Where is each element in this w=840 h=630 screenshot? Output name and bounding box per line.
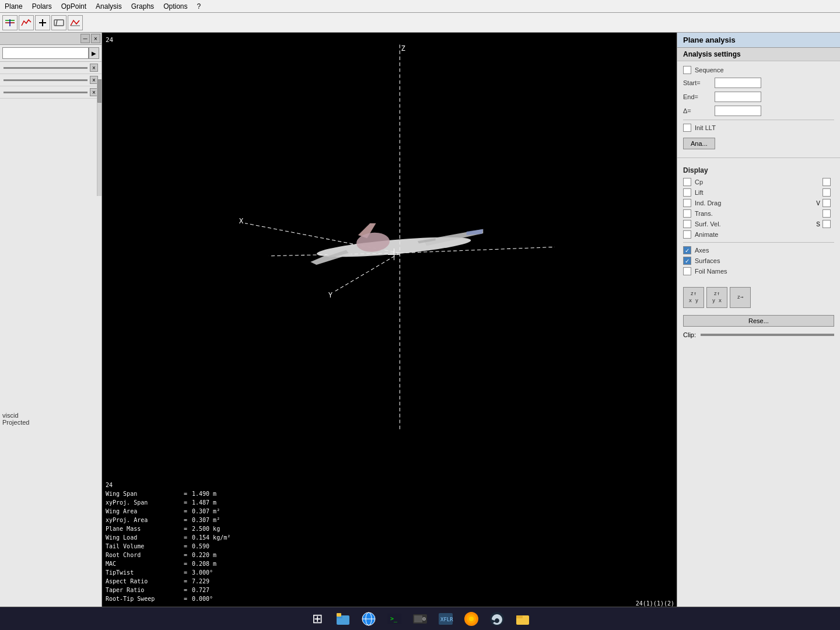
cp-label: Cp (695, 178, 724, 186)
surfaces-checkbox[interactable]: ✓ (683, 257, 691, 265)
end-input[interactable] (715, 92, 761, 102)
view-cube-z[interactable]: z→ (730, 287, 751, 308)
axes-checkbox[interactable]: ✓ (683, 246, 691, 254)
view-cube-xy[interactable]: z↑x y (683, 287, 704, 308)
menu-options[interactable]: Options (159, 1, 192, 12)
panel-minimize-btn[interactable]: ─ (80, 34, 90, 43)
display-cp-row: Cp (683, 178, 834, 186)
inddrag-right-checkbox[interactable] (822, 199, 831, 207)
display-lift-row: Lift (683, 188, 834, 197)
lift-checkbox[interactable] (683, 188, 691, 197)
foil-names-label: Foil Names (695, 268, 727, 275)
axes-label: Axes (695, 247, 724, 254)
surfaces-row: ✓ Surfaces (683, 257, 834, 265)
stats-row: Tail Volume=0.590 (106, 542, 239, 551)
svg-text:XFLR: XFLR (440, 617, 453, 622)
sequence-checkbox[interactable] (683, 66, 691, 74)
view-status: 24(1)(1)(2) (636, 600, 674, 607)
animate-checkbox[interactable] (683, 230, 691, 239)
menu-analysis[interactable]: Analysis (91, 1, 127, 12)
start-row: Start= (683, 78, 834, 88)
inddrag-checkbox[interactable] (683, 199, 691, 207)
toolbar-btn-3[interactable] (51, 15, 66, 30)
separator-1 (683, 120, 834, 120)
inddrag-v-label: V (816, 200, 820, 206)
cp-checkbox[interactable] (683, 178, 691, 186)
panel-close-btn[interactable]: × (91, 34, 100, 43)
list-bar-3 (4, 92, 88, 93)
svg-point-25 (469, 617, 474, 621)
foil-names-row: Foil Names (683, 267, 834, 275)
start-input[interactable] (715, 78, 761, 88)
svg-rect-5 (54, 20, 64, 26)
wingtip (467, 229, 484, 235)
analyze-button[interactable]: Ana... (683, 138, 715, 149)
search-input[interactable] (2, 47, 89, 59)
delta-input[interactable] (715, 106, 761, 116)
menu-help[interactable]: ? (192, 1, 205, 12)
file-manager-icon[interactable] (332, 608, 354, 629)
menu-graphs[interactable]: Graphs (127, 1, 159, 12)
stats-row: Wing Span=1.490 m (106, 489, 239, 498)
surfvel-checkbox[interactable] (683, 220, 691, 228)
svg-text:>_: >_ (390, 615, 398, 622)
sequence-label: Sequence (695, 66, 724, 74)
menu-polars[interactable]: Polars (27, 1, 57, 12)
surfaces-label: Surfaces (695, 257, 724, 264)
search-btn[interactable]: ▶ (89, 47, 99, 59)
projected-label: Projected (2, 419, 29, 426)
separator-2 (677, 158, 840, 158)
browser-icon[interactable] (358, 608, 379, 629)
media-icon[interactable] (410, 608, 430, 629)
app-icon-orange[interactable] (461, 608, 482, 629)
init-llt-row: Init LLT (683, 124, 834, 132)
windows-icon[interactable]: ⊞ (307, 608, 328, 629)
surfvel-label: Surf. Vel. (695, 220, 724, 228)
list-remove-1[interactable]: × (90, 64, 98, 72)
toolbar-btn-1[interactable] (2, 15, 18, 30)
foil-names-checkbox[interactable] (683, 267, 691, 275)
trans-right-checkbox[interactable] (822, 209, 831, 218)
clip-slider[interactable] (701, 334, 834, 336)
display-trans-row: Trans. (683, 209, 834, 218)
y-axis-label: Y (328, 291, 333, 299)
stats-row: Root Chord=0.220 m (106, 551, 239, 559)
init-llt-checkbox[interactable] (683, 124, 691, 132)
stats-row: xyProj. Span=1.487 m (106, 498, 239, 507)
terminal-icon[interactable]: >_ (384, 608, 405, 629)
trans-label: Trans. (695, 210, 724, 217)
reset-button[interactable]: Rese... (683, 315, 834, 327)
x-axis-label: X (239, 217, 244, 225)
delta-row: Δ= (683, 106, 834, 116)
analysis-settings-section: Sequence Start= End= Δ= Init LLT (677, 61, 840, 154)
surfvel-s-label: S (816, 221, 820, 228)
menu-plane[interactable]: Plane (0, 1, 27, 12)
lift-right-checkbox[interactable] (822, 188, 831, 197)
stats-row: Plane Mass=2.500 kg (106, 524, 239, 533)
files-icon[interactable] (512, 608, 533, 629)
view-3d[interactable]: 24 Z X Y (102, 33, 677, 607)
y-axis-line (334, 253, 400, 292)
display-surfvel-row: Surf. Vel. S (683, 220, 834, 228)
right-panel-title: Plane analysis (677, 33, 840, 48)
display-title: Display (683, 166, 834, 174)
display-section: Display Cp Lift Ind. Drag V (677, 162, 840, 282)
list-item-2: × (0, 74, 102, 86)
aircraft-svg: Z X Y (102, 33, 677, 514)
toolbar-btn-2[interactable] (19, 15, 34, 30)
init-llt-label: Init LLT (695, 124, 724, 131)
stats-row: TipTwist=3.000° (106, 568, 239, 577)
stats-row: Wing Load=0.154 kg/m² (106, 533, 239, 542)
toolbar-btn-4[interactable] (68, 15, 83, 30)
surfvel-right-checkbox[interactable] (822, 220, 831, 228)
start-label: Start= (683, 79, 712, 86)
toolbar-btn-plus[interactable] (35, 15, 50, 30)
menu-oppoint[interactable]: OpPoint (57, 1, 91, 12)
steam-icon[interactable] (487, 608, 508, 629)
scrollbar-thumb[interactable] (97, 79, 102, 103)
cp-right-checkbox[interactable] (822, 178, 831, 186)
xflr5-icon[interactable]: XFLR (435, 608, 456, 629)
end-label: End= (683, 93, 712, 100)
trans-checkbox[interactable] (683, 209, 691, 218)
view-cube-yx[interactable]: z↑y x (706, 287, 727, 308)
